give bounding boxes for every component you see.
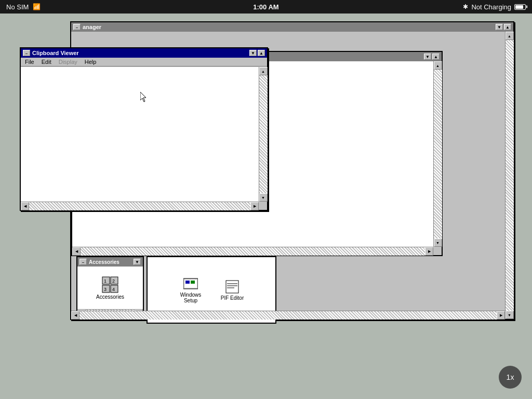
clip-scroll-up[interactable]: ▲	[259, 67, 268, 75]
clip-scroll-right[interactable]: ▶	[250, 202, 259, 210]
accessories-icon-label: Accessories	[96, 294, 124, 300]
desktop: – anager ▼ ▲ ▲ ▼ – in ▼ ▲	[0, 14, 532, 399]
clipboard-vscrollbar[interactable]: ▲ ▼	[259, 67, 267, 202]
clipboard-system-btn[interactable]: –	[23, 50, 30, 56]
clipboard-menu-edit[interactable]: Edit	[38, 58, 55, 65]
program-manager-maximize-btn[interactable]: ▲	[504, 24, 511, 30]
main-vscrollbar[interactable]: ▲ ▼	[433, 61, 442, 247]
carrier-label: No SIM	[6, 3, 29, 11]
clipboard-window-buttons: ▼ ▲	[249, 50, 265, 56]
main-hscrollbar[interactable]: ◀ ▶	[72, 247, 433, 255]
windows-setup-label: Windows Setup	[175, 292, 207, 303]
pif-editor-label: PIF Editor	[221, 295, 244, 301]
main-maximize-btn[interactable]: ▲	[432, 54, 440, 60]
scroll-track-v-main	[434, 70, 442, 238]
windows-setup-icon[interactable]: Windows Setup	[172, 274, 209, 305]
accessories-svg: 1 2 3 4	[102, 276, 118, 293]
scroll-up-arrow-main[interactable]: ▲	[434, 61, 442, 70]
pm-scroll-h-track	[79, 311, 497, 320]
battery-body	[514, 4, 526, 10]
clipboard-content	[21, 67, 259, 202]
svg-text:1: 1	[104, 278, 107, 284]
clipboard-menubar[interactable]: File Edit Display Help	[21, 58, 267, 66]
scroll-track-h-main	[81, 247, 425, 256]
battery-status-label: Not Charging	[471, 3, 511, 11]
scroll-right-arrow-main[interactable]: ▶	[425, 247, 433, 256]
accessories-window: – Accessories ▼ 1 2 3	[76, 256, 144, 318]
clipboard-title: Clipboard Viewer	[32, 50, 79, 56]
battery-indicator	[514, 4, 526, 10]
accessories-buttons: ▼	[134, 259, 141, 265]
clipboard-maximize-btn[interactable]: ▲	[258, 50, 265, 56]
program-manager-title: anager	[83, 24, 101, 30]
program-manager-hscrollbar[interactable]: ◀ ▶	[71, 311, 505, 319]
clip-scroll-left[interactable]: ◀	[21, 202, 29, 210]
clip-scroll-h-track	[29, 202, 250, 210]
clipboard-viewer-window: – Clipboard Viewer ▼ ▲ File Edit Display…	[20, 47, 268, 211]
scroll-left-arrow-main[interactable]: ◀	[72, 247, 81, 256]
wifi-icon: 📶	[33, 3, 41, 10]
main-minimize-btn[interactable]: ▼	[424, 54, 431, 60]
svg-rect-25	[185, 281, 190, 284]
accessories-titlebar[interactable]: – Accessories ▼	[77, 257, 143, 267]
clipboard-menu-display[interactable]: Display	[56, 58, 81, 65]
svg-text:4: 4	[112, 287, 115, 292]
program-manager-minimize-btn[interactable]: ▼	[496, 24, 503, 30]
scroll-up-arrow[interactable]: ▲	[506, 32, 514, 40]
program-manager-system-btn[interactable]: –	[73, 24, 81, 30]
pif-editor-icon[interactable]: PIF Editor	[214, 277, 250, 303]
pif-svg	[225, 280, 240, 294]
accessories-icon[interactable]: 1 2 3 4 Accessories	[92, 274, 128, 302]
status-right: ✱ Not Charging	[463, 3, 526, 11]
svg-rect-27	[226, 281, 238, 293]
scroll-down-arrow[interactable]: ▼	[506, 311, 514, 319]
svg-text:2: 2	[112, 278, 115, 284]
accessories-minimize-btn[interactable]: ▼	[134, 259, 141, 265]
clipboard-menu-help[interactable]: Help	[82, 58, 100, 65]
clipboard-hscrollbar[interactable]: ◀ ▶	[21, 202, 259, 210]
bluetooth-icon: ✱	[463, 3, 468, 10]
program-manager-vscrollbar[interactable]: ▲ ▼	[505, 32, 513, 319]
scroll-down-arrow-main[interactable]: ▼	[434, 238, 442, 247]
program-manager-titlebar[interactable]: – anager ▼ ▲	[71, 22, 513, 32]
battery-fill	[515, 5, 523, 9]
time-display: 1:00 AM	[253, 3, 278, 11]
zoom-button[interactable]: 1x	[499, 366, 522, 389]
pm-scroll-left[interactable]: ◀	[71, 311, 79, 320]
zoom-label: 1x	[507, 373, 514, 381]
clip-scroll-down[interactable]: ▼	[259, 193, 268, 202]
status-bar: No SIM 📶 1:00 AM ✱ Not Charging	[0, 0, 532, 14]
scroll-track-v	[506, 40, 514, 311]
clip-scroll-v-track	[259, 75, 268, 193]
svg-text:3: 3	[104, 287, 107, 292]
svg-rect-26	[191, 281, 195, 284]
mouse-cursor	[140, 92, 148, 102]
svg-marker-31	[140, 92, 146, 102]
main-window-buttons: ▼ ▲	[424, 54, 440, 60]
status-left: No SIM 📶	[6, 3, 41, 11]
accessories-system-btn[interactable]: –	[79, 259, 87, 265]
accessories-content: 1 2 3 4 Accessories	[77, 267, 143, 309]
clipboard-viewer-titlebar[interactable]: – Clipboard Viewer ▼ ▲	[21, 48, 267, 58]
program-manager-window-buttons: ▼ ▲	[496, 24, 511, 30]
clipboard-menu-file[interactable]: File	[22, 58, 37, 65]
accessories-title: Accessories	[89, 259, 119, 265]
clipboard-minimize-btn[interactable]: ▼	[249, 50, 257, 56]
setup-svg	[183, 276, 198, 291]
pm-scroll-right[interactable]: ▶	[497, 311, 505, 320]
